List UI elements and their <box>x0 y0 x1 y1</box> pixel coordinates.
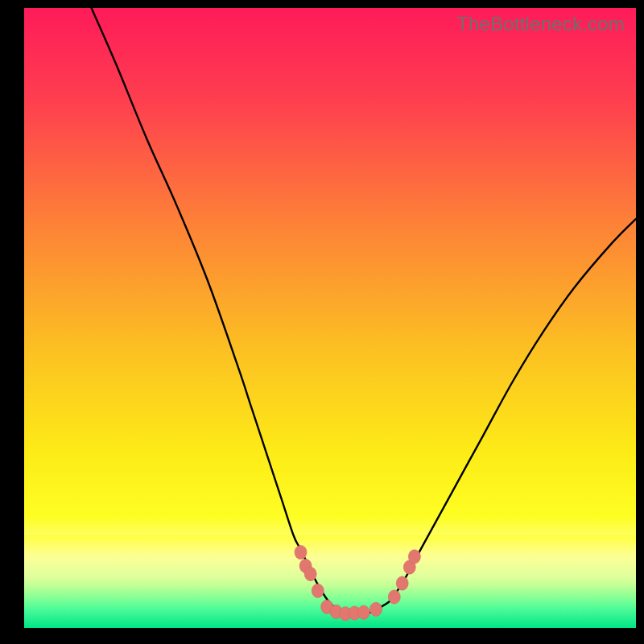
marker-point <box>370 602 382 616</box>
chart-frame: TheBottleneck.com <box>0 0 644 644</box>
bottleneck-curve <box>92 8 636 614</box>
plot-area: TheBottleneck.com <box>24 8 636 628</box>
marker-point <box>295 545 307 559</box>
marker-point <box>408 550 420 564</box>
curve-layer <box>24 8 636 628</box>
marker-point <box>357 605 369 619</box>
marker-point <box>312 584 324 597</box>
marker-point <box>304 567 316 580</box>
marker-point <box>396 576 408 590</box>
marker-point <box>388 590 400 604</box>
marker-cluster <box>295 545 420 620</box>
